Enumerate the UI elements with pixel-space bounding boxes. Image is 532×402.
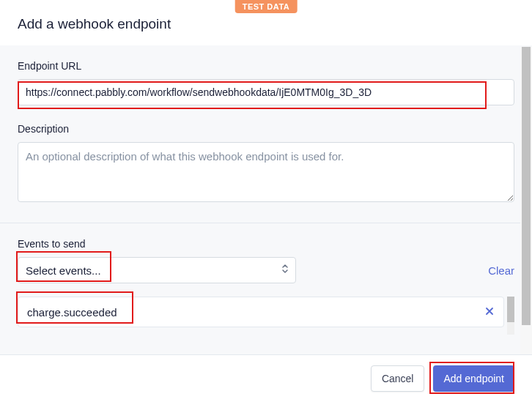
add-endpoint-button[interactable]: Add endpoint — [433, 365, 514, 392]
modal-title: Add a webhook endpoint — [18, 16, 514, 32]
events-list: charge.succeeded — [18, 297, 514, 335]
description-input[interactable] — [18, 142, 514, 202]
modal-body: Endpoint URL Description Events to send … — [0, 45, 532, 354]
clear-button[interactable]: Clear — [488, 264, 514, 277]
event-name: charge.succeeded — [27, 306, 117, 319]
events-select[interactable]: Select events... — [18, 257, 296, 283]
description-group: Description — [18, 123, 514, 205]
webhook-modal: TEST DATA Add a webhook endpoint Endpoin… — [0, 0, 532, 402]
list-item: charge.succeeded — [18, 297, 504, 327]
events-select-placeholder: Select events... — [26, 264, 101, 277]
close-icon — [484, 306, 495, 319]
events-scrollbar[interactable] — [507, 297, 514, 335]
endpoint-url-label: Endpoint URL — [18, 60, 514, 72]
cancel-button[interactable]: Cancel — [371, 365, 425, 392]
events-top-row: Select events... Clear — [18, 257, 514, 283]
test-data-badge: TEST DATA — [235, 0, 298, 13]
description-label: Description — [18, 123, 514, 135]
events-group: Events to send Select events... Clear — [18, 238, 514, 335]
events-list-inner: charge.succeeded — [18, 297, 504, 327]
modal-footer: Cancel Add endpoint — [0, 354, 532, 402]
scrollbar-thumb[interactable] — [522, 47, 531, 325]
divider — [0, 223, 532, 223]
endpoint-url-input[interactable] — [18, 79, 514, 105]
remove-event-button[interactable] — [484, 306, 495, 319]
events-label: Events to send — [18, 238, 514, 250]
endpoint-url-group: Endpoint URL — [18, 60, 514, 105]
events-select-wrapper: Select events... — [18, 257, 296, 283]
scrollbar-thumb[interactable] — [507, 297, 514, 322]
modal-scrollbar[interactable] — [520, 47, 532, 354]
